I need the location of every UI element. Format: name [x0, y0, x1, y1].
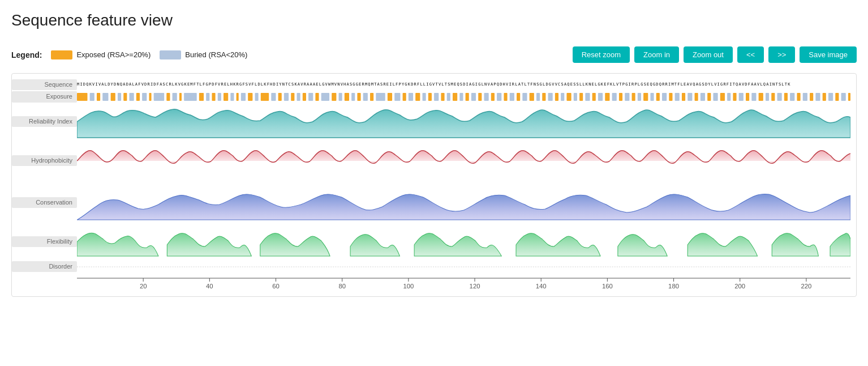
legend-heading: Legend:	[11, 50, 42, 59]
svg-rect-54	[453, 93, 457, 101]
chart-container: Sequence MIDQKVIVALDYDNQADALAFVDRIDFASCR…	[11, 73, 857, 297]
svg-rect-39	[351, 93, 355, 101]
reliability-svg	[77, 105, 850, 139]
svg-rect-59	[484, 93, 488, 101]
prev-button[interactable]: <<	[737, 46, 764, 63]
buried-label: Buried (RSA<20%)	[185, 50, 247, 59]
svg-rect-26	[261, 93, 269, 101]
svg-rect-82	[632, 93, 635, 101]
disorder-track: Disorder	[12, 261, 850, 273]
reliability-track: Reliability Index	[12, 105, 850, 139]
exposure-svg	[77, 92, 850, 102]
svg-rect-87	[662, 93, 667, 101]
sequence-content: MIDQKVIVALDYDNQADALAFVDRIDFASCRLKVGKEMFT…	[77, 81, 850, 89]
xaxis-content: 20 40 60 80 100 120 140 160 180 200	[77, 277, 850, 291]
svg-rect-31	[297, 93, 300, 101]
svg-rect-10	[149, 93, 151, 101]
svg-rect-45	[394, 93, 400, 101]
flexibility-track: Flexibility	[12, 225, 850, 259]
svg-rect-107	[790, 93, 794, 101]
disorder-svg	[77, 261, 850, 273]
svg-rect-42	[370, 93, 373, 101]
toolbar: Reset zoom Zoom in Zoom out << >> Save i…	[573, 46, 857, 63]
svg-rect-46	[403, 93, 406, 101]
conservation-content	[77, 183, 850, 223]
svg-rect-15	[184, 93, 197, 101]
svg-rect-37	[339, 93, 342, 101]
xaxis-row: 20 40 60 80 100 120 140 160 180 200	[12, 277, 850, 291]
svg-rect-79	[612, 93, 617, 101]
svg-rect-97	[727, 93, 731, 101]
exposure-content	[77, 92, 850, 102]
svg-rect-60	[491, 93, 495, 101]
svg-rect-75	[585, 93, 590, 101]
exposure-label: Exposure	[12, 91, 77, 102]
hydrophobicity-content	[77, 141, 850, 181]
flexibility-label: Flexibility	[12, 236, 77, 247]
svg-rect-112	[823, 93, 826, 101]
reliability-content	[77, 105, 850, 139]
svg-rect-30	[291, 93, 294, 101]
svg-rect-5	[118, 93, 121, 101]
svg-rect-58	[478, 93, 482, 101]
svg-rect-68	[542, 93, 545, 101]
svg-rect-114	[835, 93, 839, 101]
svg-rect-47	[409, 93, 413, 101]
svg-rect-23	[241, 93, 246, 101]
svg-rect-19	[218, 93, 221, 101]
svg-rect-27	[271, 93, 276, 101]
save-image-button[interactable]: Save image	[800, 46, 857, 63]
svg-rect-110	[810, 93, 813, 101]
zoom-in-button[interactable]: Zoom in	[634, 46, 679, 63]
next-button[interactable]: >>	[768, 46, 795, 63]
svg-rect-17	[206, 93, 209, 101]
sequence-track: Sequence MIDQKVIVALDYDNQADALAFVDRIDFASCR…	[12, 79, 850, 90]
zoom-out-button[interactable]: Zoom out	[684, 46, 733, 63]
svg-rect-92	[695, 93, 698, 101]
svg-rect-32	[303, 93, 306, 101]
svg-rect-91	[687, 93, 692, 101]
svg-rect-7	[130, 93, 134, 101]
svg-rect-78	[605, 93, 609, 101]
disorder-content	[77, 261, 850, 273]
legend-section: Legend: Exposed (RSA>=20%) Buried (RSA<2…	[11, 50, 247, 59]
svg-rect-1	[90, 93, 94, 101]
buried-swatch	[160, 50, 181, 59]
page-title: Sequence feature view	[11, 11, 173, 29]
hydrophobicity-svg	[77, 141, 850, 181]
svg-text:180: 180	[668, 283, 679, 290]
svg-rect-41	[363, 93, 368, 101]
svg-rect-34	[315, 93, 319, 101]
svg-rect-67	[536, 93, 540, 101]
svg-rect-8	[136, 93, 140, 101]
svg-rect-74	[579, 93, 583, 101]
svg-rect-55	[459, 93, 463, 101]
svg-rect-43	[376, 93, 385, 101]
svg-rect-2	[97, 93, 100, 101]
svg-rect-100	[746, 93, 749, 101]
svg-rect-25	[255, 93, 259, 101]
svg-rect-20	[224, 93, 228, 101]
svg-text:160: 160	[602, 283, 613, 290]
svg-rect-22	[237, 93, 239, 101]
svg-rect-21	[230, 93, 234, 101]
svg-rect-13	[173, 93, 177, 101]
reset-zoom-button[interactable]: Reset zoom	[573, 46, 630, 63]
svg-rect-4	[111, 93, 115, 101]
svg-rect-80	[619, 93, 622, 101]
svg-rect-84	[643, 93, 648, 101]
svg-rect-16	[199, 93, 204, 101]
hydrophobicity-label: Hydrophobicity	[12, 155, 77, 166]
svg-rect-62	[504, 93, 507, 101]
svg-rect-12	[166, 93, 170, 101]
svg-rect-51	[434, 93, 439, 101]
svg-rect-71	[561, 93, 564, 101]
svg-rect-52	[441, 93, 444, 101]
legend-item-buried: Buried (RSA<20%)	[160, 50, 247, 59]
svg-rect-83	[638, 93, 641, 101]
disorder-label: Disorder	[12, 261, 77, 272]
svg-rect-64	[517, 93, 520, 101]
svg-text:140: 140	[536, 283, 547, 290]
xaxis-spacer	[12, 277, 77, 291]
svg-rect-116	[848, 93, 850, 101]
